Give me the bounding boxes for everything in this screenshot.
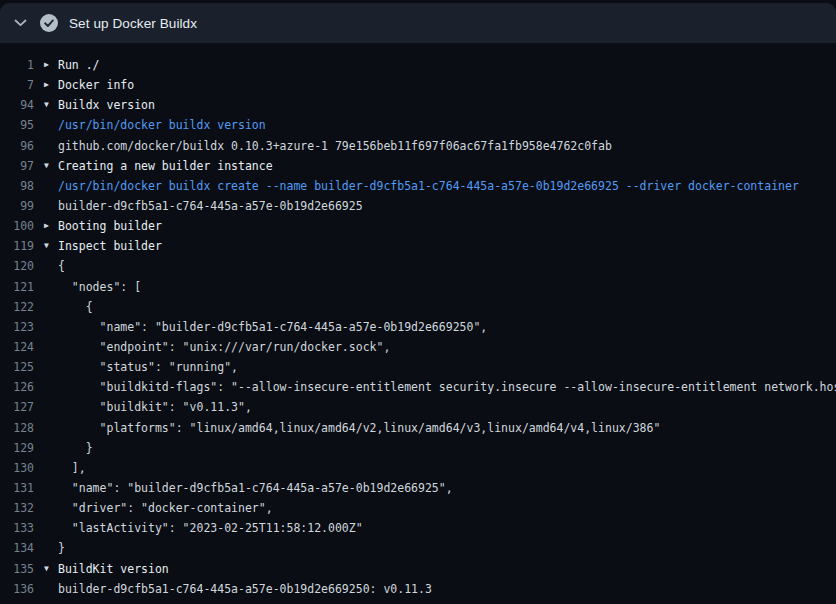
triangle-down-icon[interactable]: ▼	[44, 162, 58, 170]
output-text: }	[58, 541, 65, 555]
log-line-group[interactable]: 100▶Booting builder	[0, 216, 836, 236]
group-title[interactable]: Booting builder	[58, 219, 162, 233]
group-title[interactable]: BuildKit version	[58, 562, 169, 576]
log-line-group[interactable]: 1▶Run ./	[0, 55, 836, 75]
triangle-down-icon[interactable]: ▼	[44, 101, 58, 109]
line-number[interactable]: 120	[0, 259, 34, 273]
command-text: /usr/bin/docker buildx create --name bui…	[58, 179, 799, 193]
log-line: 133 "lastActivity": "2023-02-25T11:58:12…	[0, 518, 836, 538]
line-number[interactable]: 127	[0, 400, 34, 414]
line-number[interactable]: 94	[0, 98, 34, 112]
output-text: {	[58, 259, 65, 273]
command-text: /usr/bin/docker buildx version	[58, 118, 266, 132]
line-number[interactable]: 128	[0, 421, 34, 435]
triangle-down-icon[interactable]: ▼	[44, 242, 58, 250]
log-line: 134}	[0, 538, 836, 558]
output-text: "buildkit": "v0.11.3",	[58, 400, 252, 414]
log-line: 99builder-d9cfb5a1-c764-445a-a57e-0b19d2…	[0, 196, 836, 216]
line-number[interactable]: 100	[0, 219, 34, 233]
triangle-right-icon[interactable]: ▶	[44, 61, 58, 69]
output-text: {	[58, 300, 93, 314]
output-text: ],	[58, 461, 86, 475]
log-line: 120{	[0, 256, 836, 276]
line-number[interactable]: 121	[0, 280, 34, 294]
line-number[interactable]: 125	[0, 360, 34, 374]
log-line: 95/usr/bin/docker buildx version	[0, 115, 836, 135]
step-header[interactable]: Set up Docker Buildx	[0, 3, 836, 43]
check-circle-icon	[40, 14, 58, 32]
log-area: 1▶Run ./7▶Docker info94▼Buildx version95…	[0, 43, 836, 599]
output-text: "nodes": [	[58, 280, 141, 294]
output-text: builder-d9cfb5a1-c764-445a-a57e-0b19d2e6…	[58, 199, 363, 213]
line-number[interactable]: 135	[0, 562, 34, 576]
line-number[interactable]: 131	[0, 481, 34, 495]
line-number[interactable]: 96	[0, 139, 34, 153]
log-line-group[interactable]: 97▼Creating a new builder instance	[0, 156, 836, 176]
output-text: "status": "running",	[58, 360, 238, 374]
step-title: Set up Docker Buildx	[69, 16, 197, 31]
log-line-group[interactable]: 135▼BuildKit version	[0, 559, 836, 579]
output-text: "endpoint": "unix:///var/run/docker.sock…	[58, 340, 390, 354]
log-line-group[interactable]: 7▶Docker info	[0, 75, 836, 95]
log-line: 129 }	[0, 438, 836, 458]
output-text: "driver": "docker-container",	[58, 501, 273, 515]
log-line-group[interactable]: 94▼Buildx version	[0, 95, 836, 115]
line-number[interactable]: 133	[0, 521, 34, 535]
output-text: "buildkitd-flags": "--allow-insecure-ent…	[58, 380, 836, 394]
group-title[interactable]: Inspect builder	[58, 239, 162, 253]
log-line: 131 "name": "builder-d9cfb5a1-c764-445a-…	[0, 478, 836, 498]
line-number[interactable]: 124	[0, 340, 34, 354]
line-number[interactable]: 129	[0, 441, 34, 455]
line-number[interactable]: 126	[0, 380, 34, 394]
chevron-down-icon[interactable]	[13, 16, 28, 31]
group-title[interactable]: Docker info	[58, 78, 134, 92]
triangle-right-icon[interactable]: ▶	[44, 222, 58, 230]
log-line: 98/usr/bin/docker buildx create --name b…	[0, 176, 836, 196]
triangle-down-icon[interactable]: ▼	[44, 565, 58, 573]
log-line: 96github.com/docker/buildx 0.10.3+azure-…	[0, 136, 836, 156]
line-number[interactable]: 98	[0, 179, 34, 193]
group-title[interactable]: Creating a new builder instance	[58, 159, 273, 173]
line-number[interactable]: 136	[0, 582, 34, 596]
log-line-group[interactable]: 119▼Inspect builder	[0, 236, 836, 256]
output-text: "platforms": "linux/amd64,linux/amd64/v2…	[58, 421, 660, 435]
log-line: 125 "status": "running",	[0, 357, 836, 377]
log-line: 136builder-d9cfb5a1-c764-445a-a57e-0b19d…	[0, 579, 836, 599]
line-number[interactable]: 122	[0, 300, 34, 314]
log-line: 124 "endpoint": "unix:///var/run/docker.…	[0, 337, 836, 357]
output-text: github.com/docker/buildx 0.10.3+azure-1 …	[58, 139, 612, 153]
line-number[interactable]: 95	[0, 118, 34, 132]
log-line: 132 "driver": "docker-container",	[0, 498, 836, 518]
log-line: 123 "name": "builder-d9cfb5a1-c764-445a-…	[0, 317, 836, 337]
line-number[interactable]: 7	[0, 78, 34, 92]
line-number[interactable]: 123	[0, 320, 34, 334]
log-line: 130 ],	[0, 458, 836, 478]
line-number[interactable]: 119	[0, 239, 34, 253]
output-text: "name": "builder-d9cfb5a1-c764-445a-a57e…	[58, 320, 487, 334]
line-number[interactable]: 132	[0, 501, 34, 515]
line-number[interactable]: 134	[0, 541, 34, 555]
output-text: "name": "builder-d9cfb5a1-c764-445a-a57e…	[58, 481, 453, 495]
log-line: 126 "buildkitd-flags": "--allow-insecure…	[0, 377, 836, 397]
log-line: 121 "nodes": [	[0, 277, 836, 297]
log-line: 122 {	[0, 297, 836, 317]
output-text: "lastActivity": "2023-02-25T11:58:12.000…	[58, 521, 363, 535]
line-number[interactable]: 97	[0, 159, 34, 173]
line-number[interactable]: 130	[0, 461, 34, 475]
output-text: builder-d9cfb5a1-c764-445a-a57e-0b19d2e6…	[58, 582, 432, 596]
line-number[interactable]: 99	[0, 199, 34, 213]
log-line: 128 "platforms": "linux/amd64,linux/amd6…	[0, 418, 836, 438]
log-line: 127 "buildkit": "v0.11.3",	[0, 397, 836, 417]
group-title[interactable]: Run ./	[58, 58, 100, 72]
triangle-right-icon[interactable]: ▶	[44, 81, 58, 89]
line-number[interactable]: 1	[0, 58, 34, 72]
group-title[interactable]: Buildx version	[58, 98, 155, 112]
output-text: }	[58, 441, 93, 455]
